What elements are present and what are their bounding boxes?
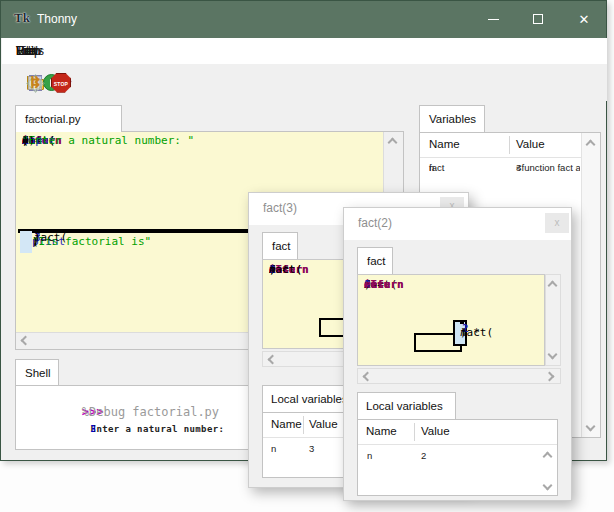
step-out-button[interactable]: ↱ [24, 72, 46, 94]
active-statement: print("Its factorial is", fact(3)) [20, 231, 32, 253]
locals-table: Name Value n2 [357, 419, 558, 496]
tab-close-icon[interactable]: × [31, 113, 37, 125]
scroll-right-icon[interactable] [545, 372, 555, 382]
locals-tab-label: Local variables [366, 400, 443, 412]
frame-title: fact(2) [358, 216, 392, 230]
scroll-down-icon[interactable] [543, 481, 553, 491]
frame-horizontal-scrollbar[interactable] [357, 368, 561, 384]
frame-tab-label: fact [367, 255, 386, 267]
frame-code-view[interactable]: def fact(n): if n == 0: return 1 else: r… [357, 274, 545, 366]
stop-button[interactable]: STOP [50, 72, 72, 94]
column-separator[interactable] [509, 136, 510, 154]
shell-io-line: Enter a natural number: 3 [44, 414, 91, 444]
column-header-name[interactable]: Name [366, 425, 397, 437]
column-header-value[interactable]: Value [309, 418, 338, 430]
close-button[interactable]: ✕ [569, 10, 599, 29]
menu-item-help[interactable]: Help [7, 44, 50, 58]
scroll-up-icon[interactable] [586, 140, 596, 150]
evaluation-overlay: fact(2-1) * n [453, 320, 467, 346]
tab-fact[interactable]: fact [262, 232, 298, 259]
column-header-name[interactable]: Name [429, 138, 460, 150]
minimize-button[interactable] [478, 10, 508, 29]
column-header-value[interactable]: Value [421, 425, 450, 437]
minimize-icon [488, 19, 499, 20]
frame-close-button[interactable]: x [545, 213, 569, 233]
menu-bar: File Edit View Run Tools Help [2, 38, 607, 64]
shell-tab-label: Shell [25, 367, 51, 379]
shell-command: %Debug factorial.py [82, 405, 219, 419]
frame-title-bar: fact(2) [344, 208, 571, 240]
shell-user-input: 3 [91, 424, 97, 434]
shell-output: Enter a natural number: [91, 424, 231, 434]
scroll-down-icon[interactable] [586, 422, 596, 432]
window-title: Thonny [37, 12, 77, 26]
frame-vertical-scrollbar[interactable] [545, 274, 561, 366]
scroll-up-icon[interactable] [388, 138, 398, 148]
scroll-left-icon[interactable] [363, 372, 373, 382]
toolbar: ↷ ↳ ↱ STOP [2, 64, 607, 101]
frame-title: fact(3) [263, 201, 297, 215]
header-divider [420, 157, 581, 158]
scroll-down-icon[interactable] [548, 350, 558, 360]
locals-tab-label: Local variables [271, 393, 348, 405]
frame-tab-label: fact [272, 240, 291, 252]
column-header-name[interactable]: Name [271, 418, 302, 430]
scroll-left-icon[interactable] [21, 336, 31, 346]
tab-local-variables[interactable]: Local variables [357, 392, 456, 419]
maximize-icon [533, 14, 543, 24]
variables-scrollbar[interactable] [581, 133, 600, 437]
step-out-icon: ↱ [28, 74, 41, 92]
tab-shell[interactable]: Shell [15, 359, 59, 385]
frame-window-fact2: fact(2) x fact def fact(n): if n == 0: r… [343, 207, 572, 501]
header-divider [358, 444, 557, 445]
scroll-up-icon[interactable] [543, 452, 553, 462]
stop-icon: STOP [51, 73, 71, 93]
column-separator[interactable] [414, 423, 415, 441]
variables-tab-label: Variables [429, 113, 476, 125]
maximize-button[interactable] [523, 10, 553, 29]
desktop: Tk Thonny ✕ File Edit View Run Tools Hel… [0, 0, 614, 512]
scroll-left-icon[interactable] [268, 355, 278, 365]
tab-variables[interactable]: Variables [419, 105, 485, 132]
tab-factorial-py[interactable]: factorial.py × [15, 105, 122, 132]
thonny-logo-icon: Tk [14, 10, 30, 26]
scroll-up-icon[interactable] [548, 281, 558, 291]
tab-fact[interactable]: fact [357, 247, 393, 274]
title-bar: Tk Thonny ✕ [1, 1, 606, 38]
column-header-value[interactable]: Value [516, 138, 545, 150]
column-separator[interactable] [303, 416, 304, 434]
